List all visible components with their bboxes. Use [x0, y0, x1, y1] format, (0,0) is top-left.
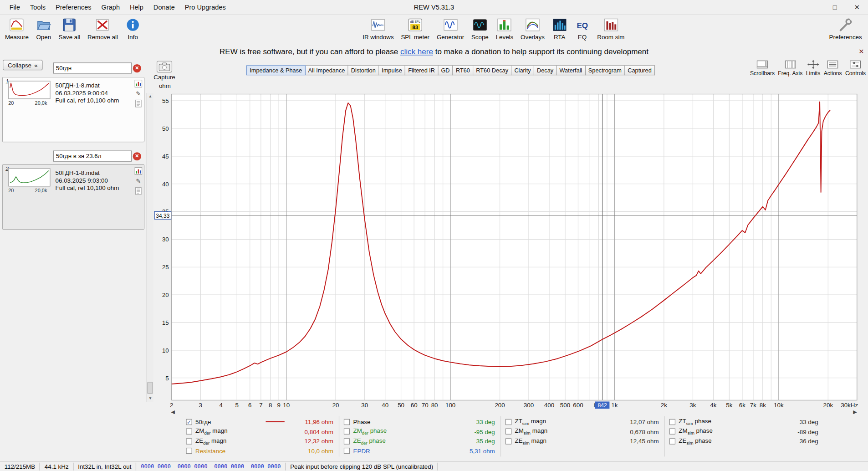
actions-button[interactable]: Actions — [824, 60, 842, 76]
legend-checkbox[interactable] — [186, 448, 192, 454]
tab-captured[interactable]: Captured — [625, 65, 655, 75]
menu-pro-upgrades[interactable]: Pro Upgrades — [180, 1, 231, 13]
controls-button[interactable]: Controls — [845, 60, 866, 76]
legend-checkbox[interactable] — [505, 419, 511, 425]
preferences-button[interactable]: Preferences — [827, 17, 863, 41]
notes-icon[interactable] — [134, 187, 142, 195]
edit-pencil-icon[interactable]: ✎ — [136, 90, 141, 97]
trace-legend: ✓50гдн11,96 ohmZMder magn0,804 ohmZEder … — [182, 416, 831, 457]
measurement-card-2[interactable]: 2 20 20,0k 50ГДН-1-8.mdat 06.03.2025 9:0… — [2, 164, 144, 230]
menu-preferences[interactable]: Preferences — [51, 1, 97, 13]
legend-checkbox[interactable]: ✓ — [186, 419, 192, 425]
scrollbar-thumb[interactable] — [147, 382, 153, 394]
remove-all-button[interactable]: Remove all — [86, 17, 119, 41]
close-button[interactable]: ✕ — [846, 0, 868, 15]
menu-help[interactable]: Help — [125, 1, 148, 13]
freq-axis-button[interactable]: Freq. Axis — [778, 60, 802, 76]
plot-scroll-left-icon[interactable]: ◀ — [171, 409, 175, 415]
legend-checkbox[interactable] — [344, 429, 350, 435]
legend-checkbox[interactable] — [505, 429, 511, 435]
rta-button[interactable]: RTA — [550, 17, 569, 41]
legend-checkbox[interactable] — [186, 438, 192, 444]
tab-distortion[interactable]: Distortion — [348, 65, 379, 75]
tab-waterfall[interactable]: Waterfall — [557, 65, 585, 75]
limits-button[interactable]: Limits — [806, 60, 821, 76]
spl-meter-button[interactable]: dB SPL83 SPL meter — [399, 17, 431, 41]
overlays-label: Overlays — [521, 34, 545, 41]
menu-graph[interactable]: Graph — [97, 1, 125, 13]
legend-checkbox[interactable] — [505, 438, 511, 444]
donation-close-icon[interactable]: ✕ — [858, 47, 864, 55]
legend-item: ZEder magn12,32 ohm — [186, 437, 333, 446]
menu-file[interactable]: File — [5, 1, 25, 13]
capture-button[interactable] — [157, 61, 172, 73]
svg-text:5: 5 — [235, 402, 239, 409]
measurement-file: 50ГДН-1-8.mdat — [56, 82, 134, 89]
legend-checkbox[interactable] — [344, 419, 350, 425]
measurement-1-name-input[interactable] — [53, 62, 132, 73]
measurement-chart-icon[interactable] — [134, 80, 142, 87]
room-sim-button[interactable]: Room sim — [596, 17, 626, 41]
measurement-2-clear-icon[interactable]: ✕ — [133, 152, 141, 160]
levels-button[interactable]: Levels — [494, 17, 515, 41]
legend-checkbox[interactable] — [186, 429, 192, 435]
actions-label: Actions — [824, 70, 842, 76]
capture-label: Capture — [152, 74, 177, 81]
legend-checkbox[interactable] — [344, 448, 350, 454]
legend-value: -95 deg — [460, 428, 495, 435]
legend-item: ✓50гдн11,96 ohm — [186, 417, 333, 426]
tab-impulse[interactable]: Impulse — [379, 65, 405, 75]
legend-checkbox[interactable] — [344, 438, 350, 444]
minimize-button[interactable]: – — [802, 0, 824, 15]
menu-tools[interactable]: Tools — [25, 1, 51, 13]
controls-icon — [849, 60, 862, 69]
tab-spectrogram[interactable]: Spectrogram — [586, 65, 625, 75]
eq-button[interactable]: EQ EQ — [573, 17, 592, 41]
svg-text:50: 50 — [398, 402, 404, 409]
donation-link[interactable]: click here — [400, 47, 433, 56]
tab-rt60-decay[interactable]: RT60 Decay — [473, 65, 511, 75]
measurement-2-name-input[interactable] — [53, 150, 132, 161]
edit-pencil-icon[interactable]: ✎ — [136, 178, 141, 184]
measurement-card-1[interactable]: 1 20 20,0k 50ГДН-1-8.mdat 06.03.2025 9:0… — [2, 77, 144, 142]
info-button[interactable]: Info — [123, 17, 142, 41]
generator-button[interactable]: Generator — [435, 17, 466, 41]
measurement-thumbnail[interactable] — [8, 168, 50, 186]
svg-text:9: 9 — [277, 402, 280, 409]
measurement-chart-icon[interactable] — [134, 167, 142, 175]
measure-button[interactable]: Measure — [3, 17, 30, 41]
scroll-up-icon[interactable]: ▲ — [147, 93, 154, 100]
scroll-down-icon[interactable]: ▼ — [147, 395, 154, 402]
scrollbars-button[interactable]: Scrollbars — [750, 60, 775, 76]
overlays-button[interactable]: Overlays — [519, 17, 546, 41]
plot-scroll-right-icon[interactable]: ▶ — [853, 409, 857, 415]
svg-text:15: 15 — [162, 319, 169, 326]
measurement-thumbnail[interactable] — [8, 81, 50, 99]
legend-value: 33 deg — [460, 419, 495, 425]
svg-text:4k: 4k — [710, 402, 716, 409]
notes-icon[interactable] — [134, 100, 142, 108]
legend-checkbox[interactable] — [669, 429, 675, 435]
save-all-button[interactable]: Save all — [57, 17, 82, 41]
impedance-chart[interactable]: 5101520253035404550552345678910203040506… — [154, 93, 863, 410]
tab-decay[interactable]: Decay — [534, 65, 557, 75]
maximize-button[interactable]: □ — [824, 0, 846, 15]
menu-donate[interactable]: Donate — [148, 1, 180, 13]
scope-button[interactable]: Scope — [470, 17, 490, 41]
svg-text:6: 6 — [248, 402, 251, 409]
tab-clarity[interactable]: Clarity — [511, 65, 534, 75]
open-button[interactable]: Open — [34, 17, 53, 41]
tab-filtered-ir[interactable]: Filtered IR — [405, 65, 438, 75]
tab-gd[interactable]: GD — [438, 65, 453, 75]
svg-text:10k: 10k — [774, 402, 784, 409]
legend-checkbox[interactable] — [669, 438, 675, 444]
sidebar-scrollbar[interactable]: ▲ ▼ — [146, 93, 153, 402]
ir-windows-button[interactable]: IR windows — [361, 17, 396, 41]
measurement-1-clear-icon[interactable]: ✕ — [133, 64, 141, 72]
collapse-sidebar-button[interactable]: Collapse « — [3, 60, 42, 70]
tab-all-impedance[interactable]: All Impedance — [305, 65, 348, 75]
legend-item: ZTsim phase33 deg — [669, 417, 818, 426]
tab-impedance-and-phase[interactable]: Impedance & Phase — [246, 65, 306, 75]
legend-checkbox[interactable] — [669, 419, 675, 425]
tab-rt60[interactable]: RT60 — [453, 65, 473, 75]
